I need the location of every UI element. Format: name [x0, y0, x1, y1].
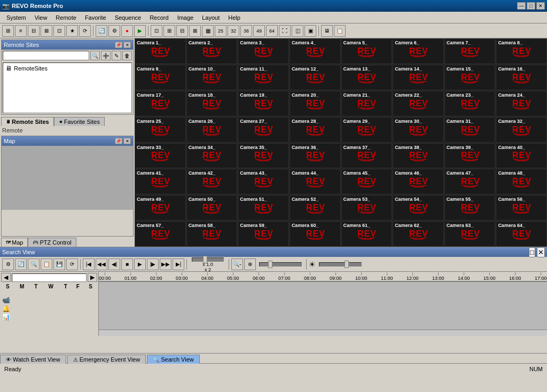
- camera-cell-52[interactable]: Camera 52_ REVO: [290, 195, 341, 221]
- camera-cell-3[interactable]: Camera 3_ REVO: [238, 38, 289, 64]
- rs-add-btn[interactable]: ➕: [101, 51, 111, 60]
- toolbar-grid-9[interactable]: 49: [253, 25, 265, 37]
- camera-cell-61[interactable]: Camera 61_ REVO: [341, 221, 393, 247]
- camera-cell-10[interactable]: Camera 10_ REVO: [186, 65, 238, 90]
- camera-cell-11[interactable]: Camera 11_ REVO: [238, 65, 289, 90]
- camera-cell-6[interactable]: Camera 6_ REVO: [393, 38, 444, 64]
- camera-cell-9[interactable]: Camera 9_ REVO: [135, 65, 186, 90]
- tab-map[interactable]: 🗺 Map: [1, 238, 28, 247]
- camera-cell-34[interactable]: Camera 34_ REVO: [186, 143, 238, 169]
- menu-system[interactable]: System: [2, 13, 30, 22]
- camera-cell-20[interactable]: Camera 20_ REVO: [290, 91, 341, 116]
- camera-cell-15[interactable]: Camera 15_ REVO: [444, 65, 496, 90]
- camera-cell-59[interactable]: Camera 59_ REVO: [238, 221, 289, 247]
- camera-cell-14[interactable]: Camera 14_ REVO: [393, 65, 444, 90]
- remote-sites-pin[interactable]: 📌: [115, 42, 122, 48]
- camera-cell-17[interactable]: Camera 17_ REVO: [135, 91, 186, 116]
- camera-cell-24[interactable]: Camera 24_ REVO: [496, 91, 547, 116]
- toolbar-grid-10[interactable]: 64: [266, 25, 278, 37]
- toolbar-grid-6[interactable]: 25: [215, 25, 226, 37]
- camera-cell-30[interactable]: Camera 30_ REVO: [393, 117, 444, 143]
- sv-btn-5[interactable]: 💾: [53, 258, 65, 270]
- camera-cell-7[interactable]: Camera 7_ REVO: [444, 38, 496, 64]
- toolbar-btn-8[interactable]: 🔄: [96, 25, 107, 37]
- rs-delete-btn[interactable]: 🗑: [122, 51, 132, 60]
- camera-cell-13[interactable]: Camera 13_ REVO: [341, 65, 393, 90]
- pb-skip-end[interactable]: ▶|: [173, 258, 184, 270]
- camera-cell-5[interactable]: Camera 5_ REVO: [341, 38, 393, 64]
- close-button[interactable]: ✕: [536, 2, 545, 10]
- channel-icon-1[interactable]: 📹: [2, 296, 10, 304]
- toolbar-grid-7[interactable]: 32: [228, 25, 239, 37]
- camera-cell-45[interactable]: Camera 45_ REVO: [341, 169, 393, 194]
- tab-ptz[interactable]: 🎮 PTZ Control: [28, 238, 76, 247]
- camera-cell-37[interactable]: Camera 37_ REVO: [341, 143, 393, 169]
- toolbar-btn-d[interactable]: 📋: [334, 25, 346, 37]
- camera-cell-25[interactable]: Camera 25_ REVO: [135, 117, 186, 143]
- pb-stop[interactable]: ■: [121, 258, 133, 270]
- camera-cell-44[interactable]: Camera 44_ REVO: [290, 169, 341, 194]
- toolbar-btn-9[interactable]: ⚙: [108, 25, 120, 37]
- pb-next[interactable]: ▶▶: [160, 258, 171, 270]
- zoom-plus[interactable]: ⊕: [244, 258, 256, 270]
- toolbar-grid-1[interactable]: ⊡: [151, 25, 162, 37]
- cal-next[interactable]: ▶: [88, 273, 97, 282]
- camera-cell-63[interactable]: Camera 63_ REVO: [444, 221, 496, 247]
- tab-remote-sites[interactable]: 🖥 Remote Sites: [1, 117, 54, 126]
- toolbar-fullscreen[interactable]: ⛶: [279, 25, 291, 37]
- map-close[interactable]: ✕: [123, 138, 131, 144]
- toolbar-btn-1[interactable]: ⊞: [2, 25, 14, 37]
- camera-cell-1[interactable]: Camera 1_ REVO: [135, 38, 186, 64]
- zoom-slider-thumb[interactable]: [268, 261, 272, 268]
- camera-cell-47[interactable]: Camera 47_ REVO: [444, 169, 496, 194]
- cal-prev[interactable]: ◀: [1, 273, 11, 282]
- camera-cell-57[interactable]: Camera 57_ REVO: [135, 221, 186, 247]
- camera-cell-21[interactable]: Camera 21_ REVO: [341, 91, 393, 116]
- calendar-date-input[interactable]: [12, 273, 87, 282]
- remote-sites-close[interactable]: ✕: [123, 42, 131, 48]
- timeline-tracks[interactable]: [99, 281, 547, 330]
- camera-cell-19[interactable]: Camera 19_ REVO: [238, 91, 289, 116]
- camera-cell-29[interactable]: Camera 29_ REVO: [341, 117, 393, 143]
- camera-cell-4[interactable]: Camera 4_ REVO: [290, 38, 341, 64]
- toolbar-btn-4[interactable]: ⊠: [41, 25, 52, 37]
- camera-cell-42[interactable]: Camera 42_ REVO: [186, 169, 238, 194]
- toolbar-grid-3[interactable]: ⊟: [176, 25, 188, 37]
- pb-skip-start[interactable]: |◀: [83, 258, 95, 270]
- menu-image[interactable]: Image: [173, 13, 198, 22]
- camera-cell-16[interactable]: Camera 16_ REVO: [496, 65, 547, 90]
- camera-cell-55[interactable]: Camera 55_ REVO: [444, 195, 496, 221]
- rs-edit-btn[interactable]: ✎: [112, 51, 121, 60]
- camera-cell-27[interactable]: Camera 27_ REVO: [238, 117, 289, 143]
- camera-cell-58[interactable]: Camera 58_ REVO: [186, 221, 238, 247]
- menu-sequence[interactable]: Sequence: [111, 13, 146, 22]
- brightness-slider-thumb[interactable]: [345, 261, 349, 268]
- rs-search-btn[interactable]: 🔍: [90, 51, 100, 60]
- maximize-button[interactable]: □: [527, 2, 535, 10]
- camera-cell-39[interactable]: Camera 39_ REVO: [444, 143, 496, 169]
- sv-btn-3[interactable]: 🔍: [28, 258, 40, 270]
- camera-cell-56[interactable]: Camera 56_ REVO: [496, 195, 547, 221]
- search-view-maximize[interactable]: □: [529, 247, 535, 257]
- toolbar-btn-5[interactable]: ⊡: [53, 25, 65, 37]
- camera-cell-41[interactable]: Camera 41_ REVO: [135, 169, 186, 194]
- camera-cell-36[interactable]: Camera 36_ REVO: [290, 143, 341, 169]
- camera-cell-64[interactable]: Camera 64_ REVO: [496, 221, 547, 247]
- toolbar-btn-b[interactable]: ▣: [304, 25, 316, 37]
- camera-cell-26[interactable]: Camera 26_ REVO: [186, 117, 238, 143]
- toolbar-btn-2[interactable]: ≡: [15, 25, 27, 37]
- camera-cell-18[interactable]: Camera 18_ REVO: [186, 91, 238, 116]
- camera-cell-50[interactable]: Camera 50_ REVO: [186, 195, 238, 221]
- camera-cell-32[interactable]: Camera 32_ REVO: [496, 117, 547, 143]
- sv-btn-6[interactable]: ⟳: [66, 258, 78, 270]
- toolbar-grid-4[interactable]: ⊠: [189, 25, 201, 37]
- toolbar-btn-c[interactable]: 🖥: [321, 25, 333, 37]
- camera-cell-33[interactable]: Camera 33_ REVO: [135, 143, 186, 169]
- menu-layout[interactable]: Layout: [198, 13, 224, 22]
- pb-step-fwd[interactable]: |▶: [147, 258, 159, 270]
- sv-btn-2[interactable]: 🔄: [15, 258, 27, 270]
- camera-cell-60[interactable]: Camera 60_ REVO: [290, 221, 341, 247]
- sv-btn-1[interactable]: ⚙: [2, 258, 14, 270]
- camera-cell-48[interactable]: Camera 48_ REVO: [496, 169, 547, 194]
- remote-sites-tree-item[interactable]: 🖥 RemoteSites: [4, 64, 130, 73]
